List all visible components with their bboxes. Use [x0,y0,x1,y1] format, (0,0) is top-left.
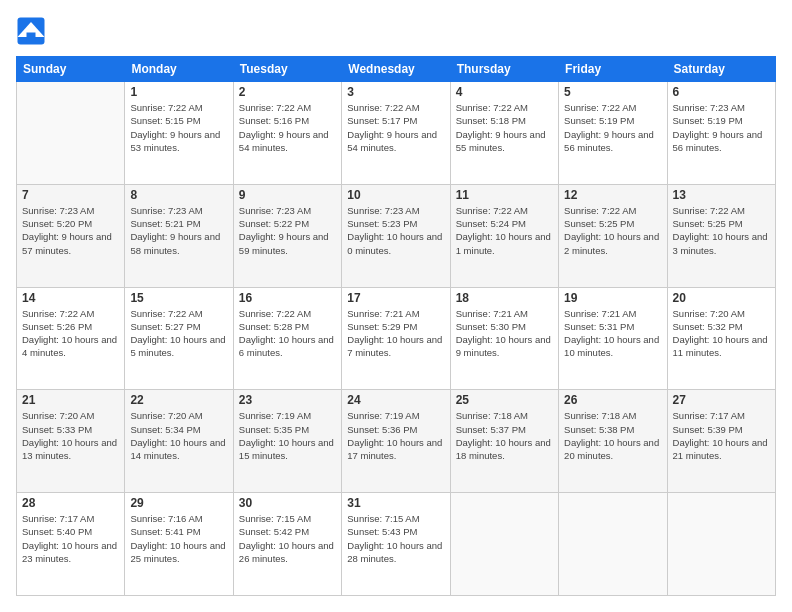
calendar-cell: 29Sunrise: 7:16 AMSunset: 5:41 PMDayligh… [125,493,233,596]
day-number: 5 [564,85,661,99]
day-info: Sunrise: 7:22 AMSunset: 5:19 PMDaylight:… [564,101,661,154]
day-number: 24 [347,393,444,407]
calendar-cell: 9Sunrise: 7:23 AMSunset: 5:22 PMDaylight… [233,184,341,287]
day-number: 11 [456,188,553,202]
day-number: 23 [239,393,336,407]
calendar-cell [667,493,775,596]
weekday-header-cell: Saturday [667,57,775,82]
day-number: 18 [456,291,553,305]
calendar-cell: 5Sunrise: 7:22 AMSunset: 5:19 PMDaylight… [559,82,667,185]
day-number: 30 [239,496,336,510]
weekday-header-cell: Wednesday [342,57,450,82]
day-info: Sunrise: 7:22 AMSunset: 5:16 PMDaylight:… [239,101,336,154]
weekday-header-cell: Friday [559,57,667,82]
day-number: 28 [22,496,119,510]
day-number: 9 [239,188,336,202]
day-number: 2 [239,85,336,99]
day-info: Sunrise: 7:18 AMSunset: 5:37 PMDaylight:… [456,409,553,462]
calendar-cell: 31Sunrise: 7:15 AMSunset: 5:43 PMDayligh… [342,493,450,596]
day-number: 19 [564,291,661,305]
day-number: 15 [130,291,227,305]
day-number: 10 [347,188,444,202]
day-info: Sunrise: 7:21 AMSunset: 5:29 PMDaylight:… [347,307,444,360]
day-number: 4 [456,85,553,99]
calendar-table: SundayMondayTuesdayWednesdayThursdayFrid… [16,56,776,596]
day-info: Sunrise: 7:23 AMSunset: 5:23 PMDaylight:… [347,204,444,257]
calendar-week-row: 7Sunrise: 7:23 AMSunset: 5:20 PMDaylight… [17,184,776,287]
day-info: Sunrise: 7:22 AMSunset: 5:28 PMDaylight:… [239,307,336,360]
day-info: Sunrise: 7:22 AMSunset: 5:15 PMDaylight:… [130,101,227,154]
calendar-cell: 19Sunrise: 7:21 AMSunset: 5:31 PMDayligh… [559,287,667,390]
calendar-cell: 7Sunrise: 7:23 AMSunset: 5:20 PMDaylight… [17,184,125,287]
logo-icon [16,16,46,46]
calendar-cell: 1Sunrise: 7:22 AMSunset: 5:15 PMDaylight… [125,82,233,185]
day-info: Sunrise: 7:22 AMSunset: 5:27 PMDaylight:… [130,307,227,360]
day-number: 16 [239,291,336,305]
calendar-cell: 23Sunrise: 7:19 AMSunset: 5:35 PMDayligh… [233,390,341,493]
day-info: Sunrise: 7:17 AMSunset: 5:39 PMDaylight:… [673,409,770,462]
day-number: 26 [564,393,661,407]
calendar-week-row: 28Sunrise: 7:17 AMSunset: 5:40 PMDayligh… [17,493,776,596]
calendar-cell: 10Sunrise: 7:23 AMSunset: 5:23 PMDayligh… [342,184,450,287]
day-info: Sunrise: 7:19 AMSunset: 5:36 PMDaylight:… [347,409,444,462]
day-number: 8 [130,188,227,202]
day-info: Sunrise: 7:22 AMSunset: 5:18 PMDaylight:… [456,101,553,154]
logo [16,16,50,46]
day-info: Sunrise: 7:20 AMSunset: 5:34 PMDaylight:… [130,409,227,462]
day-number: 13 [673,188,770,202]
calendar-cell: 14Sunrise: 7:22 AMSunset: 5:26 PMDayligh… [17,287,125,390]
day-info: Sunrise: 7:23 AMSunset: 5:22 PMDaylight:… [239,204,336,257]
day-number: 22 [130,393,227,407]
day-number: 1 [130,85,227,99]
weekday-header-cell: Monday [125,57,233,82]
day-number: 14 [22,291,119,305]
day-info: Sunrise: 7:16 AMSunset: 5:41 PMDaylight:… [130,512,227,565]
calendar-cell: 28Sunrise: 7:17 AMSunset: 5:40 PMDayligh… [17,493,125,596]
weekday-header-cell: Thursday [450,57,558,82]
calendar-cell: 11Sunrise: 7:22 AMSunset: 5:24 PMDayligh… [450,184,558,287]
page: SundayMondayTuesdayWednesdayThursdayFrid… [0,0,792,612]
day-number: 31 [347,496,444,510]
day-info: Sunrise: 7:20 AMSunset: 5:32 PMDaylight:… [673,307,770,360]
day-number: 17 [347,291,444,305]
day-number: 27 [673,393,770,407]
calendar-cell: 8Sunrise: 7:23 AMSunset: 5:21 PMDaylight… [125,184,233,287]
day-info: Sunrise: 7:22 AMSunset: 5:17 PMDaylight:… [347,101,444,154]
calendar-cell: 12Sunrise: 7:22 AMSunset: 5:25 PMDayligh… [559,184,667,287]
calendar-cell: 18Sunrise: 7:21 AMSunset: 5:30 PMDayligh… [450,287,558,390]
calendar-cell: 13Sunrise: 7:22 AMSunset: 5:25 PMDayligh… [667,184,775,287]
day-info: Sunrise: 7:22 AMSunset: 5:24 PMDaylight:… [456,204,553,257]
calendar-cell: 25Sunrise: 7:18 AMSunset: 5:37 PMDayligh… [450,390,558,493]
calendar-cell: 24Sunrise: 7:19 AMSunset: 5:36 PMDayligh… [342,390,450,493]
day-info: Sunrise: 7:22 AMSunset: 5:25 PMDaylight:… [564,204,661,257]
day-info: Sunrise: 7:23 AMSunset: 5:20 PMDaylight:… [22,204,119,257]
day-info: Sunrise: 7:22 AMSunset: 5:26 PMDaylight:… [22,307,119,360]
calendar-cell: 2Sunrise: 7:22 AMSunset: 5:16 PMDaylight… [233,82,341,185]
weekday-header-cell: Sunday [17,57,125,82]
calendar-cell: 22Sunrise: 7:20 AMSunset: 5:34 PMDayligh… [125,390,233,493]
svg-rect-2 [27,33,36,44]
day-number: 3 [347,85,444,99]
calendar-cell: 15Sunrise: 7:22 AMSunset: 5:27 PMDayligh… [125,287,233,390]
calendar-cell: 16Sunrise: 7:22 AMSunset: 5:28 PMDayligh… [233,287,341,390]
day-info: Sunrise: 7:20 AMSunset: 5:33 PMDaylight:… [22,409,119,462]
calendar-cell [559,493,667,596]
calendar-cell [450,493,558,596]
weekday-header-cell: Tuesday [233,57,341,82]
day-info: Sunrise: 7:15 AMSunset: 5:42 PMDaylight:… [239,512,336,565]
day-info: Sunrise: 7:15 AMSunset: 5:43 PMDaylight:… [347,512,444,565]
day-number: 29 [130,496,227,510]
day-info: Sunrise: 7:18 AMSunset: 5:38 PMDaylight:… [564,409,661,462]
calendar-cell [17,82,125,185]
calendar-week-row: 14Sunrise: 7:22 AMSunset: 5:26 PMDayligh… [17,287,776,390]
day-info: Sunrise: 7:21 AMSunset: 5:31 PMDaylight:… [564,307,661,360]
calendar-week-row: 21Sunrise: 7:20 AMSunset: 5:33 PMDayligh… [17,390,776,493]
calendar-week-row: 1Sunrise: 7:22 AMSunset: 5:15 PMDaylight… [17,82,776,185]
day-number: 20 [673,291,770,305]
calendar-cell: 21Sunrise: 7:20 AMSunset: 5:33 PMDayligh… [17,390,125,493]
header [16,16,776,46]
calendar-cell: 20Sunrise: 7:20 AMSunset: 5:32 PMDayligh… [667,287,775,390]
day-info: Sunrise: 7:17 AMSunset: 5:40 PMDaylight:… [22,512,119,565]
day-info: Sunrise: 7:19 AMSunset: 5:35 PMDaylight:… [239,409,336,462]
calendar-cell: 17Sunrise: 7:21 AMSunset: 5:29 PMDayligh… [342,287,450,390]
